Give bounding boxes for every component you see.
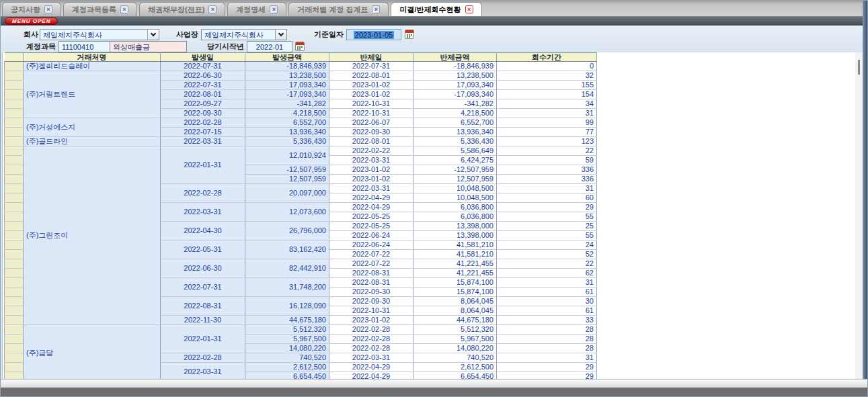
occur-amount-cell[interactable]: -12,507,959 xyxy=(245,165,329,175)
collect-days-cell[interactable]: 123 xyxy=(497,137,597,146)
row-selector[interactable] xyxy=(5,353,24,363)
settle-date-cell[interactable]: 2022-08-01 xyxy=(329,137,413,146)
settle-amount-cell[interactable]: 5,512,320 xyxy=(413,325,497,335)
account-code-input[interactable]: 11100410 xyxy=(58,41,110,52)
settle-amount-cell[interactable]: 17,093,340 xyxy=(413,81,497,90)
occur-date-cell[interactable]: 2022-04-30 xyxy=(161,222,245,240)
settle-amount-cell[interactable]: 15,874,100 xyxy=(413,278,497,288)
vendor-name-cell[interactable]: (주)그린조이 xyxy=(24,146,161,325)
settle-amount-cell[interactable]: 44,675,180 xyxy=(413,316,497,325)
vendor-name-cell[interactable]: (주)금담 xyxy=(24,325,161,381)
settle-amount-cell[interactable]: 41,581,210 xyxy=(413,240,497,250)
settle-amount-cell[interactable]: -12,507,959 xyxy=(413,165,497,175)
settle-amount-cell[interactable]: 6,036,800 xyxy=(413,212,497,222)
settle-date-cell[interactable]: 2023-01-02 xyxy=(329,165,413,175)
occur-amount-cell[interactable]: -341,282 xyxy=(245,99,329,109)
collect-days-cell[interactable]: 31 xyxy=(497,184,597,193)
row-selector[interactable] xyxy=(5,99,24,109)
row-selector[interactable] xyxy=(5,363,24,372)
settle-date-cell[interactable]: 2022-08-01 xyxy=(329,71,413,81)
settle-date-cell[interactable]: 2022-06-07 xyxy=(329,118,413,128)
occur-date-cell[interactable]: 2022-07-31 xyxy=(161,81,245,90)
collect-days-cell[interactable]: 55 xyxy=(497,212,597,222)
row-selector[interactable] xyxy=(5,288,24,297)
settle-amount-cell[interactable]: 12,507,959 xyxy=(413,175,497,184)
collect-days-cell[interactable]: 336 xyxy=(497,175,597,184)
settle-amount-cell[interactable]: 5,967,500 xyxy=(413,335,497,344)
row-selector[interactable] xyxy=(5,231,24,240)
settle-amount-cell[interactable]: 10,048,500 xyxy=(413,184,497,193)
settle-amount-cell[interactable]: 13,238,500 xyxy=(413,71,497,81)
occur-amount-cell[interactable]: 12,073,600 xyxy=(245,203,329,222)
row-selector[interactable] xyxy=(5,222,24,231)
close-icon[interactable]: × xyxy=(270,5,278,13)
account-name-input[interactable]: 외상매출금 xyxy=(110,41,187,52)
collect-days-cell[interactable]: 155 xyxy=(497,81,597,90)
settle-amount-cell[interactable]: 740,520 xyxy=(413,353,497,363)
table-row[interactable]: (주)거림트렌드2022-06-3013,238,5002022-08-0113… xyxy=(5,71,597,81)
row-selector[interactable] xyxy=(5,62,24,71)
occur-amount-cell[interactable]: 13,936,340 xyxy=(245,128,329,137)
settle-date-cell[interactable]: 2022-02-28 xyxy=(329,325,413,335)
collect-days-cell[interactable]: 31 xyxy=(497,109,597,118)
menu-open-button[interactable]: MENU OPEN xyxy=(5,17,58,25)
close-icon[interactable]: × xyxy=(120,5,128,13)
collect-days-cell[interactable]: 77 xyxy=(497,128,597,137)
row-selector[interactable] xyxy=(5,278,24,288)
collect-days-cell[interactable]: 33 xyxy=(497,316,597,325)
occur-amount-cell[interactable]: 12,507,959 xyxy=(245,175,329,184)
settle-amount-cell[interactable]: 10,048,500 xyxy=(413,193,497,203)
occur-date-cell[interactable]: 2022-09-30 xyxy=(161,109,245,118)
scrollbar-thumb[interactable] xyxy=(858,60,860,75)
row-selector[interactable] xyxy=(5,156,24,165)
collect-days-cell[interactable]: 32 xyxy=(497,71,597,81)
occur-amount-cell[interactable]: 12,010,924 xyxy=(245,146,329,165)
row-selector[interactable] xyxy=(5,306,24,316)
close-icon[interactable]: × xyxy=(208,5,216,13)
row-selector[interactable] xyxy=(5,240,24,250)
calendar-icon[interactable] xyxy=(295,42,305,51)
settle-amount-cell[interactable]: 41,221,455 xyxy=(413,259,497,269)
collect-days-cell[interactable]: 62 xyxy=(497,269,597,278)
settle-date-cell[interactable]: 2022-04-29 xyxy=(329,193,413,203)
occur-date-cell[interactable]: 2022-01-31 xyxy=(161,325,245,353)
occur-amount-cell[interactable]: 16,128,090 xyxy=(245,297,329,316)
occur-amount-cell[interactable]: 20,097,000 xyxy=(245,184,329,203)
occur-date-cell[interactable]: 2022-07-31 xyxy=(161,278,245,297)
settle-date-cell[interactable]: 2022-04-29 xyxy=(329,203,413,212)
settle-amount-cell[interactable]: 6,552,700 xyxy=(413,118,497,128)
row-selector[interactable] xyxy=(5,71,24,81)
occur-amount-cell[interactable]: 13,238,500 xyxy=(245,71,329,81)
occur-amount-cell[interactable]: 740,520 xyxy=(245,353,329,363)
occur-amount-cell[interactable]: 14,080,220 xyxy=(245,344,329,353)
settle-date-cell[interactable]: 2022-10-31 xyxy=(329,99,413,109)
occur-date-cell[interactable]: 2022-09-27 xyxy=(161,99,245,109)
tab-4[interactable]: 거래처별 계정 집계표× xyxy=(288,2,389,16)
settle-date-cell[interactable]: 2023-01-02 xyxy=(329,81,413,90)
collect-days-cell[interactable]: 59 xyxy=(497,156,597,165)
tab-1[interactable]: 계정과목등록× xyxy=(63,2,137,16)
chevron-down-icon[interactable] xyxy=(147,30,159,40)
row-selector[interactable] xyxy=(5,109,24,118)
settle-date-cell[interactable]: 2022-10-31 xyxy=(329,109,413,118)
collect-days-cell[interactable]: 61 xyxy=(497,288,597,297)
collect-days-cell[interactable]: 29 xyxy=(497,203,597,212)
occur-amount-cell[interactable]: -17,093,340 xyxy=(245,90,329,99)
occur-amount-cell[interactable]: 2,612,500 xyxy=(245,363,329,372)
row-selector[interactable] xyxy=(5,146,24,156)
collect-days-cell[interactable]: 0 xyxy=(497,62,597,71)
table-row[interactable]: (주)금담2022-01-315,512,3202022-02-285,512,… xyxy=(5,325,597,335)
occur-amount-cell[interactable]: 5,512,320 xyxy=(245,325,329,335)
close-icon[interactable]: × xyxy=(44,5,52,13)
vertical-scrollbar[interactable] xyxy=(855,52,863,380)
settle-date-cell[interactable]: 2022-10-31 xyxy=(329,306,413,316)
settle-date-cell[interactable]: 2022-09-30 xyxy=(329,288,413,297)
settle-amount-cell[interactable]: 8,064,045 xyxy=(413,297,497,306)
tab-2[interactable]: 채권채무장(전표)× xyxy=(139,2,225,16)
vendor-name-cell[interactable]: (주)겔러리드슬레이 xyxy=(24,62,161,71)
row-selector[interactable] xyxy=(5,297,24,306)
settle-date-cell[interactable]: 2022-02-28 xyxy=(329,344,413,353)
settle-date-cell[interactable]: 2023-01-02 xyxy=(329,175,413,184)
occur-date-cell[interactable]: 2022-02-28 xyxy=(161,118,245,128)
settle-date-cell[interactable]: 2022-06-24 xyxy=(329,240,413,250)
